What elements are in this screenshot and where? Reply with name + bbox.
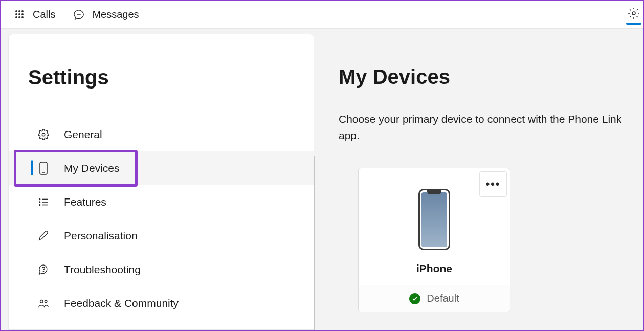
message-icon <box>73 9 85 21</box>
settings-gear-button[interactable] <box>627 6 641 20</box>
nav-label: Features <box>64 196 106 208</box>
main-panel: My Devices Choose your primary device to… <box>314 34 643 330</box>
device-more-button[interactable]: ••• <box>479 171 507 197</box>
svg-point-10 <box>632 12 635 15</box>
svg-point-5 <box>22 13 23 14</box>
sidebar-title: Settings <box>28 66 314 89</box>
gear-icon <box>628 7 640 19</box>
settings-sidebar: Settings General <box>8 34 314 330</box>
settings-nav-list: General My Devices <box>9 118 314 320</box>
device-card[interactable]: ••• iPhone Default <box>358 168 510 312</box>
svg-point-8 <box>22 16 23 17</box>
help-bubble-icon <box>37 263 50 276</box>
tab-messages-label: Messages <box>92 9 139 20</box>
svg-point-20 <box>43 271 43 272</box>
sidebar-item-personalisation[interactable]: Personalisation <box>9 219 314 253</box>
phone-illustration <box>418 189 450 250</box>
svg-point-3 <box>16 13 17 14</box>
nav-label: Troubleshooting <box>64 263 141 276</box>
svg-point-6 <box>16 16 17 17</box>
phone-icon <box>37 162 50 174</box>
svg-point-0 <box>16 10 17 11</box>
svg-point-15 <box>39 202 40 203</box>
svg-point-1 <box>19 10 20 11</box>
svg-point-2 <box>22 10 23 11</box>
more-icon: ••• <box>485 178 500 191</box>
check-circle-icon <box>409 293 420 304</box>
svg-point-21 <box>40 300 43 303</box>
scrollbar[interactable] <box>314 156 315 331</box>
device-name: iPhone <box>416 262 452 275</box>
svg-point-4 <box>19 13 20 14</box>
active-tab-indicator <box>626 23 641 25</box>
svg-point-16 <box>39 205 40 206</box>
active-indicator <box>31 160 33 175</box>
top-bar: Calls Messages <box>1 1 643 29</box>
pen-icon <box>37 230 50 242</box>
device-status-text: Default <box>427 293 459 304</box>
svg-point-7 <box>19 16 20 17</box>
nav-label: Personalisation <box>64 230 138 242</box>
sidebar-item-feedback[interactable]: Feedback & Community <box>9 286 314 320</box>
sidebar-item-features[interactable]: Features <box>9 185 314 219</box>
page-description: Choose your primary device to connect wi… <box>339 111 625 143</box>
nav-label: Feedback & Community <box>64 297 179 310</box>
svg-point-22 <box>45 300 47 303</box>
nav-label: General <box>64 128 102 141</box>
page-title: My Devices <box>339 65 633 89</box>
tab-calls-label: Calls <box>33 9 55 20</box>
people-icon <box>37 297 50 310</box>
svg-point-11 <box>42 133 45 136</box>
list-icon <box>37 196 50 208</box>
svg-point-14 <box>39 199 40 200</box>
gear-icon <box>37 128 50 141</box>
nav-label: My Devices <box>64 162 120 174</box>
dialpad-icon <box>13 9 26 21</box>
sidebar-item-troubleshooting[interactable]: Troubleshooting <box>9 253 314 286</box>
tab-messages[interactable]: Messages <box>73 9 139 21</box>
sidebar-item-general[interactable]: General <box>9 118 314 151</box>
tab-calls[interactable]: Calls <box>13 9 55 21</box>
sidebar-item-my-devices[interactable]: My Devices <box>9 151 314 185</box>
device-status-footer: Default <box>359 285 510 312</box>
